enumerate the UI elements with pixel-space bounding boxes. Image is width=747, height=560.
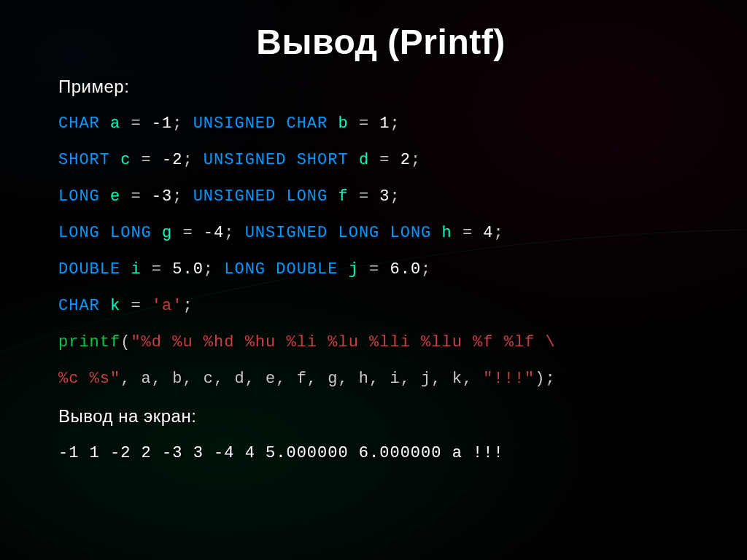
- label-example: Пример:: [58, 78, 703, 96]
- code-line-printf-1: printf("%d %u %hd %hu %li %lu %lli %llu …: [58, 335, 703, 351]
- num: 5.0: [172, 260, 204, 279]
- num: -2: [162, 151, 182, 169]
- op: =: [349, 187, 380, 206]
- op: ;: [172, 114, 193, 133]
- op: ;: [204, 260, 224, 279]
- type-keyword: double: [58, 260, 120, 279]
- output-text: -1 1 -2 2 -3 3 -4 4 5.000000 6.000000 a …: [58, 446, 703, 462]
- op: =: [349, 114, 380, 133]
- op: ;: [224, 224, 244, 242]
- op: ;: [172, 187, 193, 206]
- var-name: i: [131, 260, 141, 279]
- slide-title: Вывод (Printf): [58, 22, 703, 62]
- op: (: [120, 333, 131, 351]
- op: ;: [182, 151, 203, 169]
- op: =: [120, 297, 152, 315]
- var-name: j: [349, 260, 359, 279]
- slide: Вывод (Printf) Пример: char a = -1; unsi…: [0, 0, 747, 560]
- slide-body: Пример: char a = -1; unsigned char b = 1…: [58, 78, 703, 462]
- type-keyword: long long: [58, 224, 152, 242]
- op: =: [131, 151, 162, 169]
- var-name: b: [338, 114, 348, 133]
- op: ;: [390, 114, 400, 133]
- num: 1: [379, 114, 390, 133]
- num: 4: [483, 224, 493, 242]
- char-literal: 'a': [152, 297, 183, 315]
- code-line-6: char k = 'a';: [58, 298, 703, 314]
- label-output: Вывод на экран:: [58, 408, 703, 425]
- op: ;: [421, 260, 431, 279]
- op: =: [120, 187, 152, 206]
- num: 6.0: [390, 260, 422, 279]
- num: -4: [204, 224, 224, 242]
- var-name: c: [120, 151, 131, 169]
- type-keyword: unsigned char: [193, 114, 328, 133]
- type-keyword: char: [58, 114, 100, 133]
- type-keyword: short: [58, 151, 110, 169]
- type-keyword: long: [58, 187, 100, 206]
- var-name: k: [110, 297, 120, 315]
- var-name: a: [110, 114, 120, 133]
- op: ;: [390, 187, 400, 206]
- var-name: f: [338, 187, 348, 206]
- fn-name: printf: [58, 333, 120, 351]
- num: 3: [379, 187, 390, 206]
- code-line-2: short c = -2; unsigned short d = 2;: [58, 152, 703, 168]
- type-keyword: unsigned short: [204, 151, 349, 169]
- op: =: [142, 260, 173, 279]
- type-keyword: unsigned long long: [245, 224, 432, 242]
- args: , a, b, c, d, e, f, g, h, i, j, k,: [120, 370, 483, 388]
- var-name: d: [359, 151, 369, 169]
- op: );: [535, 370, 555, 388]
- num: 2: [400, 151, 411, 169]
- code-line-3: long e = -3; unsigned long f = 3;: [58, 189, 703, 205]
- code-line-5: double i = 5.0; long double j = 6.0;: [58, 262, 703, 278]
- op: ;: [411, 151, 421, 169]
- op: =: [359, 260, 390, 279]
- type-keyword: unsigned long: [193, 187, 328, 206]
- fmt-string: "%d %u %hd %hu %li %lu %lli %llu %f %lf …: [131, 333, 555, 351]
- op: ;: [494, 224, 504, 242]
- type-keyword: char: [58, 297, 100, 315]
- code-line-1: char a = -1; unsigned char b = 1;: [58, 116, 703, 132]
- op: =: [172, 224, 204, 242]
- code-line-4: long long g = -4; unsigned long long h =…: [58, 225, 703, 241]
- var-name: e: [110, 187, 120, 206]
- op: =: [369, 151, 400, 169]
- var-name: g: [162, 224, 172, 242]
- fmt-string: %c %s": [58, 370, 120, 388]
- var-name: h: [442, 224, 452, 242]
- op: =: [452, 224, 484, 242]
- num: -1: [152, 114, 172, 133]
- string-lit: "!!!": [483, 370, 535, 388]
- type-keyword: long double: [224, 260, 338, 279]
- code-line-printf-2: %c %s", a, b, c, d, e, f, g, h, i, j, k,…: [58, 371, 703, 387]
- op: ;: [182, 297, 193, 315]
- op: =: [120, 114, 152, 133]
- num: -3: [152, 187, 172, 206]
